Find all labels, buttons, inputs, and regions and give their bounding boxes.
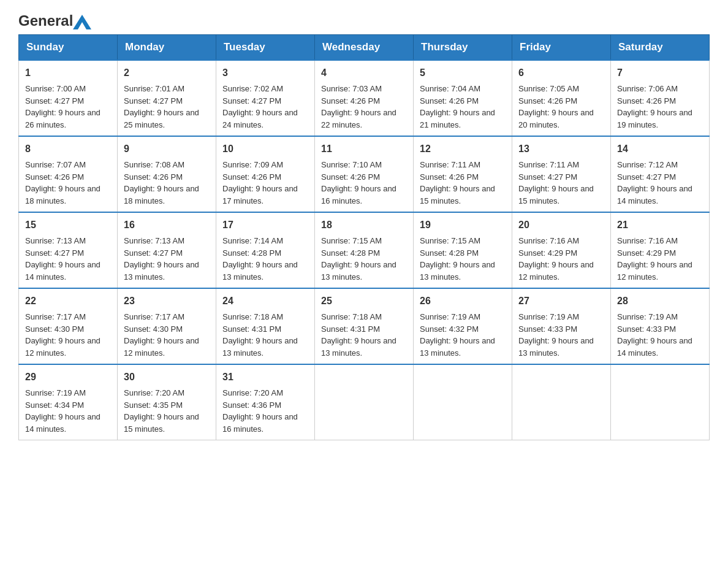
sunrise-text: Sunrise: 7:19 AM: [617, 311, 703, 323]
calendar-cell: 3Sunrise: 7:02 AMSunset: 4:27 PMDaylight…: [216, 60, 315, 136]
daylight-text: Daylight: 9 hours and 13 minutes.: [124, 259, 210, 283]
calendar-cell: 28Sunrise: 7:19 AMSunset: 4:33 PMDayligh…: [611, 288, 710, 364]
daylight-text: Daylight: 9 hours and 12 minutes.: [518, 259, 604, 283]
sunrise-text: Sunrise: 7:18 AM: [222, 311, 308, 323]
day-number: 16: [124, 218, 210, 232]
day-number: 21: [617, 218, 703, 232]
calendar-week-row: 1Sunrise: 7:00 AMSunset: 4:27 PMDaylight…: [19, 60, 710, 136]
calendar-cell: 16Sunrise: 7:13 AMSunset: 4:27 PMDayligh…: [118, 212, 216, 288]
day-number: 15: [25, 218, 111, 232]
calendar-cell: 21Sunrise: 7:16 AMSunset: 4:29 PMDayligh…: [611, 212, 710, 288]
day-number: 23: [124, 294, 210, 308]
sunrise-text: Sunrise: 7:15 AM: [321, 235, 407, 247]
calendar-cell: 7Sunrise: 7:06 AMSunset: 4:26 PMDaylight…: [611, 60, 710, 136]
logo: General: [18, 12, 91, 28]
day-number: 9: [124, 142, 210, 156]
calendar-cell: 27Sunrise: 7:19 AMSunset: 4:33 PMDayligh…: [512, 288, 611, 364]
sunrise-text: Sunrise: 7:00 AM: [25, 83, 111, 95]
sunset-text: Sunset: 4:31 PM: [222, 323, 308, 335]
daylight-text: Daylight: 9 hours and 13 minutes.: [321, 259, 407, 283]
daylight-text: Daylight: 9 hours and 24 minutes.: [222, 107, 308, 131]
daylight-text: Daylight: 9 hours and 18 minutes.: [124, 183, 210, 207]
sunrise-text: Sunrise: 7:17 AM: [25, 311, 111, 323]
sunset-text: Sunset: 4:33 PM: [617, 323, 703, 335]
sunset-text: Sunset: 4:26 PM: [321, 171, 407, 183]
calendar-cell: 26Sunrise: 7:19 AMSunset: 4:32 PMDayligh…: [414, 288, 512, 364]
calendar-cell: [414, 364, 512, 440]
sunset-text: Sunset: 4:26 PM: [321, 95, 407, 107]
daylight-text: Daylight: 9 hours and 16 minutes.: [222, 411, 308, 435]
sunset-text: Sunset: 4:36 PM: [222, 399, 308, 412]
daylight-text: Daylight: 9 hours and 13 minutes.: [420, 335, 506, 359]
sunset-text: Sunset: 4:34 PM: [25, 399, 111, 412]
daylight-text: Daylight: 9 hours and 20 minutes.: [518, 107, 604, 131]
sunrise-text: Sunrise: 7:13 AM: [25, 235, 111, 247]
daylight-text: Daylight: 9 hours and 14 minutes.: [25, 411, 111, 435]
day-number: 28: [617, 294, 703, 308]
calendar-cell: 1Sunrise: 7:00 AMSunset: 4:27 PMDaylight…: [19, 60, 118, 136]
calendar-cell: 20Sunrise: 7:16 AMSunset: 4:29 PMDayligh…: [512, 212, 611, 288]
day-number: 19: [420, 218, 506, 232]
calendar-cell: 8Sunrise: 7:07 AMSunset: 4:26 PMDaylight…: [19, 136, 118, 212]
daylight-text: Daylight: 9 hours and 13 minutes.: [222, 335, 308, 359]
daylight-text: Daylight: 9 hours and 14 minutes.: [617, 335, 703, 359]
sunrise-text: Sunrise: 7:07 AM: [25, 159, 111, 171]
calendar-cell: 2Sunrise: 7:01 AMSunset: 4:27 PMDaylight…: [118, 60, 216, 136]
day-number: 29: [25, 370, 111, 385]
sunset-text: Sunset: 4:26 PM: [518, 95, 604, 107]
sunset-text: Sunset: 4:27 PM: [518, 171, 604, 183]
calendar-cell: 23Sunrise: 7:17 AMSunset: 4:30 PMDayligh…: [118, 288, 216, 364]
day-number: 30: [124, 370, 210, 385]
day-number: 1: [25, 66, 111, 80]
sunset-text: Sunset: 4:26 PM: [25, 171, 111, 183]
daylight-text: Daylight: 9 hours and 25 minutes.: [124, 107, 210, 131]
logo-text-line1: General: [18, 12, 91, 29]
column-header-sunday: Sunday: [19, 35, 118, 61]
day-number: 31: [222, 370, 308, 385]
sunrise-text: Sunrise: 7:16 AM: [617, 235, 703, 247]
sunrise-text: Sunrise: 7:10 AM: [321, 159, 407, 171]
calendar-header-row: SundayMondayTuesdayWednesdayThursdayFrid…: [19, 35, 710, 61]
calendar-table: SundayMondayTuesdayWednesdayThursdayFrid…: [18, 34, 710, 440]
calendar-cell: 9Sunrise: 7:08 AMSunset: 4:26 PMDaylight…: [118, 136, 216, 212]
sunrise-text: Sunrise: 7:01 AM: [124, 83, 210, 95]
calendar-week-row: 29Sunrise: 7:19 AMSunset: 4:34 PMDayligh…: [19, 364, 710, 440]
sunrise-text: Sunrise: 7:13 AM: [124, 235, 210, 247]
sunset-text: Sunset: 4:28 PM: [222, 247, 308, 259]
sunrise-text: Sunrise: 7:14 AM: [222, 235, 308, 247]
calendar-cell: 22Sunrise: 7:17 AMSunset: 4:30 PMDayligh…: [19, 288, 118, 364]
calendar-cell: 10Sunrise: 7:09 AMSunset: 4:26 PMDayligh…: [216, 136, 315, 212]
sunset-text: Sunset: 4:35 PM: [124, 399, 210, 412]
sunset-text: Sunset: 4:29 PM: [518, 247, 604, 259]
sunrise-text: Sunrise: 7:04 AM: [420, 83, 506, 95]
day-number: 3: [222, 66, 308, 80]
calendar-cell: 4Sunrise: 7:03 AMSunset: 4:26 PMDaylight…: [315, 60, 414, 136]
daylight-text: Daylight: 9 hours and 15 minutes.: [124, 411, 210, 435]
day-number: 7: [617, 66, 703, 80]
sunset-text: Sunset: 4:30 PM: [124, 323, 210, 335]
daylight-text: Daylight: 9 hours and 13 minutes.: [518, 335, 604, 359]
day-number: 14: [617, 142, 703, 156]
calendar-cell: 29Sunrise: 7:19 AMSunset: 4:34 PMDayligh…: [19, 364, 118, 440]
sunrise-text: Sunrise: 7:02 AM: [222, 83, 308, 95]
day-number: 10: [222, 142, 308, 156]
sunrise-text: Sunrise: 7:18 AM: [321, 311, 407, 323]
calendar-cell: [315, 364, 414, 440]
day-number: 4: [321, 66, 407, 80]
sunrise-text: Sunrise: 7:17 AM: [124, 311, 210, 323]
calendar-cell: 31Sunrise: 7:20 AMSunset: 4:36 PMDayligh…: [216, 364, 315, 440]
daylight-text: Daylight: 9 hours and 19 minutes.: [617, 107, 703, 131]
daylight-text: Daylight: 9 hours and 18 minutes.: [25, 183, 111, 207]
calendar-cell: 30Sunrise: 7:20 AMSunset: 4:35 PMDayligh…: [118, 364, 216, 440]
sunrise-text: Sunrise: 7:20 AM: [124, 387, 210, 399]
page-header: General: [18, 12, 710, 28]
daylight-text: Daylight: 9 hours and 26 minutes.: [25, 107, 111, 131]
logo-triangle-icon: [73, 15, 91, 29]
day-number: 17: [222, 218, 308, 232]
sunset-text: Sunset: 4:26 PM: [124, 171, 210, 183]
sunset-text: Sunset: 4:26 PM: [617, 95, 703, 107]
sunset-text: Sunset: 4:27 PM: [222, 95, 308, 107]
column-header-thursday: Thursday: [414, 35, 512, 61]
sunset-text: Sunset: 4:30 PM: [25, 323, 111, 335]
sunset-text: Sunset: 4:33 PM: [518, 323, 604, 335]
